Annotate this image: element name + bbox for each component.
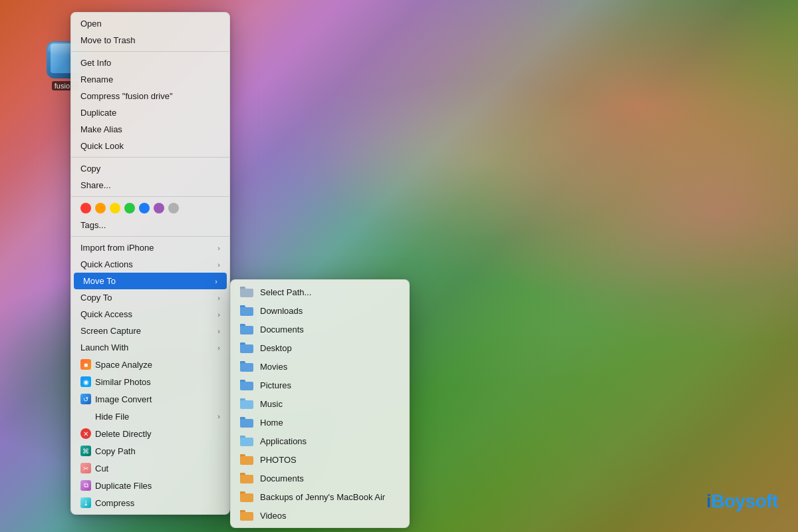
- folder-icon-music: [240, 398, 253, 409]
- submenu-item-movies[interactable]: Movies: [231, 357, 409, 376]
- submenu-item-documents[interactable]: Documents: [231, 320, 409, 338]
- submenu-item-desktop[interactable]: Desktop: [231, 338, 409, 357]
- menu-item-duplicate[interactable]: Duplicate: [71, 104, 229, 121]
- duplicate-files-icon: ⧉: [80, 480, 91, 491]
- chevron-quick-actions: ›: [217, 261, 220, 269]
- tag-purple[interactable]: [154, 203, 164, 213]
- copy-path-icon: ⌘: [80, 446, 91, 456]
- folder-icon-videos: [240, 510, 253, 521]
- menu-item-compress-item[interactable]: ⤓ Compress: [71, 494, 229, 511]
- tag-dots-row: [71, 200, 229, 217]
- similar-photos-icon: ◉: [80, 376, 91, 387]
- separator-1: [71, 51, 229, 52]
- menu-item-delete-directly[interactable]: ✕ Delete Directly: [71, 425, 229, 442]
- folder-icon-home: [240, 417, 253, 428]
- menu-item-make-alias[interactable]: Make Alias: [71, 121, 229, 138]
- image-convert-icon: ↺: [80, 394, 91, 404]
- menu-item-cut[interactable]: ✂ Cut: [71, 460, 229, 477]
- menu-item-import-iphone[interactable]: Import from iPhone ›: [71, 239, 229, 256]
- menu-item-similar-photos[interactable]: ◉ Similar Photos: [71, 373, 229, 390]
- move-to-submenu: Select Path... Downloads Documents Deskt…: [230, 279, 410, 528]
- tag-blue[interactable]: [139, 203, 150, 213]
- menu-item-screen-capture[interactable]: Screen Capture ›: [71, 323, 229, 339]
- menu-item-copy-to[interactable]: Copy To ›: [71, 289, 229, 306]
- menu-item-quick-access[interactable]: Quick Access ›: [71, 306, 229, 323]
- menu-item-get-info[interactable]: Get Info: [71, 55, 229, 71]
- submenu-item-photos[interactable]: PHOTOS: [231, 450, 409, 469]
- submenu-item-home[interactable]: Home: [231, 413, 409, 432]
- menu-item-launch-with[interactable]: Launch With ›: [71, 339, 229, 356]
- chevron-hide-file: ›: [217, 412, 220, 420]
- separator-3: [71, 196, 229, 197]
- menu-item-hide-file[interactable]: Hide File ›: [71, 408, 229, 425]
- submenu-item-applications[interactable]: Applications: [231, 432, 409, 450]
- folder-icon-documents: [240, 324, 253, 334]
- menu-item-compress-quote[interactable]: Compress "fusion drive": [71, 88, 229, 104]
- submenu-item-downloads[interactable]: Downloads: [231, 301, 409, 320]
- submenu-item-select-path[interactable]: Select Path...: [231, 283, 409, 301]
- submenu-item-videos[interactable]: Videos: [231, 506, 409, 525]
- submenu-item-backups[interactable]: Backups of Jenny's MacBook Air: [231, 487, 409, 506]
- menu-item-share[interactable]: Share...: [71, 177, 229, 194]
- folder-icon-downloads: [240, 305, 253, 316]
- menu-item-image-convert[interactable]: ↺ Image Convert: [71, 390, 229, 408]
- chevron-copy-to: ›: [217, 294, 220, 302]
- submenu-item-music[interactable]: Music: [231, 394, 409, 413]
- folder-icon-pictures: [240, 380, 253, 390]
- menu-item-move-to-trash[interactable]: Move to Trash: [71, 32, 229, 49]
- folder-icon-applications: [240, 436, 253, 446]
- menu-item-move-to[interactable]: Move To ›: [74, 273, 227, 289]
- menu-item-rename[interactable]: Rename: [71, 71, 229, 88]
- context-menu: Open Move to Trash Get Info Rename Compr…: [70, 12, 230, 515]
- folder-icon-photos: [240, 454, 253, 465]
- chevron-import: ›: [217, 244, 220, 252]
- cut-icon: ✂: [80, 463, 91, 473]
- chevron-launch-with: ›: [217, 344, 220, 352]
- delete-directly-icon: ✕: [80, 428, 91, 439]
- folder-icon-select-path: [240, 287, 253, 297]
- tag-gray[interactable]: [168, 203, 179, 213]
- tag-red[interactable]: [80, 203, 91, 213]
- hide-file-icon: [80, 411, 91, 422]
- chevron-quick-access: ›: [217, 311, 220, 319]
- compress-icon: ⤓: [80, 497, 91, 508]
- folder-icon-backups: [240, 491, 253, 502]
- menu-item-copy-path[interactable]: ⌘ Copy Path: [71, 442, 229, 460]
- submenu-item-pictures[interactable]: Pictures: [231, 376, 409, 394]
- separator-2: [71, 157, 229, 158]
- iboysoft-logo: iBoysoft: [706, 491, 778, 512]
- tag-yellow[interactable]: [110, 203, 120, 213]
- separator-4: [71, 236, 229, 237]
- chevron-move-to: ›: [215, 277, 217, 285]
- menu-item-quick-look[interactable]: Quick Look: [71, 138, 229, 154]
- folder-icon-desktop: [240, 342, 253, 353]
- folder-icon-documents2: [240, 473, 253, 483]
- menu-item-quick-actions[interactable]: Quick Actions ›: [71, 256, 229, 273]
- space-analyze-icon: ■: [80, 359, 91, 370]
- tag-green[interactable]: [124, 203, 135, 213]
- menu-item-space-analyze[interactable]: ■ Space Analyze: [71, 356, 229, 373]
- chevron-screen-capture: ›: [217, 327, 220, 335]
- tag-orange[interactable]: [95, 203, 106, 213]
- folder-icon-movies: [240, 361, 253, 372]
- menu-item-tags[interactable]: Tags...: [71, 217, 229, 233]
- menu-item-duplicate-files[interactable]: ⧉ Duplicate Files: [71, 477, 229, 494]
- submenu-item-documents2[interactable]: Documents: [231, 469, 409, 487]
- menu-item-open[interactable]: Open: [71, 15, 229, 32]
- menu-item-copy[interactable]: Copy: [71, 160, 229, 177]
